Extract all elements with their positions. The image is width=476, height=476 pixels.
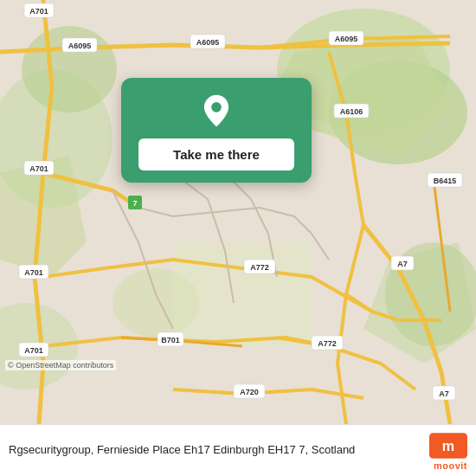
map-attribution: © OpenStreetMap contributors [5, 360, 116, 370]
svg-text:A701: A701 [24, 346, 43, 355]
svg-text:A7: A7 [397, 260, 408, 268]
svg-text:A701: A701 [29, 164, 48, 173]
moovit-label: moovit [434, 460, 467, 471]
svg-text:A772: A772 [318, 339, 337, 348]
svg-text:A701: A701 [24, 268, 43, 277]
svg-point-44 [211, 102, 222, 113]
svg-rect-11 [173, 242, 312, 346]
svg-text:B6415: B6415 [434, 177, 457, 185]
svg-text:A6095: A6095 [196, 38, 220, 47]
location-pin-icon [199, 93, 234, 128]
svg-text:m: m [442, 437, 454, 453]
svg-text:A772: A772 [250, 263, 269, 272]
svg-text:A720: A720 [240, 388, 259, 396]
svg-text:A6106: A6106 [340, 107, 363, 116]
svg-text:7: 7 [132, 199, 137, 208]
svg-text:A701: A701 [29, 7, 48, 16]
bottom-bar: Rgsecuritygroup, Fernieside Place Eh17 E… [0, 424, 476, 476]
moovit-icon: m [429, 431, 467, 460]
svg-text:A6095: A6095 [68, 42, 92, 50]
moovit-logo: m moovit [429, 431, 467, 471]
svg-text:A6095: A6095 [335, 35, 358, 43]
location-text: Rgsecuritygroup, Fernieside Place Eh17 E… [9, 442, 421, 458]
take-me-there-button[interactable]: Take me there [138, 138, 294, 170]
location-popup: Take me there [121, 78, 312, 183]
svg-text:A7: A7 [439, 389, 449, 398]
map-container: A701 A701 A701 A701 A6095 A6095 A6095 A6… [0, 0, 476, 424]
svg-text:B701: B701 [161, 336, 180, 344]
